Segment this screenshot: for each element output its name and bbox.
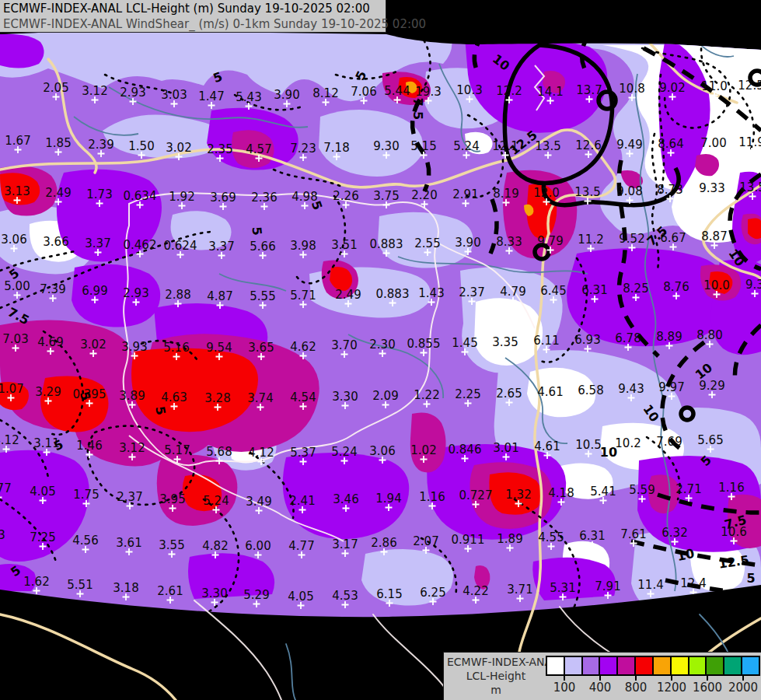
station-value: 5.51 <box>67 578 93 592</box>
station-value: 5.37 <box>290 446 316 460</box>
station-value: 4.61 <box>537 385 563 399</box>
legend-swatch <box>547 657 564 674</box>
station-value: 7.03 <box>2 332 28 346</box>
station-value: 6.31 <box>581 283 607 297</box>
station-value: 7.23 <box>290 142 316 156</box>
station-value: 8.80 <box>696 328 722 342</box>
station-value: 5.31 <box>550 581 575 595</box>
station-value: 1.62 <box>23 575 49 589</box>
legend-swatch <box>581 657 599 674</box>
station-value: 1.92 <box>169 190 194 204</box>
station-value: 3.37 <box>85 236 110 250</box>
station-value: 4.61 <box>534 439 560 453</box>
station-value: 9.52 <box>619 232 644 246</box>
station-value: 4.63 <box>161 390 187 404</box>
station-value: 5.59 <box>629 483 655 497</box>
station-value: 7.23 <box>0 528 5 542</box>
station-value: 3.51 <box>331 238 357 252</box>
station-value: 3.12 <box>82 84 107 98</box>
station-value: 9.97 <box>658 380 684 394</box>
station-value: 3.02 <box>80 338 106 352</box>
station-value: 11.9 <box>738 135 761 149</box>
station-value: 3.06 <box>1 233 26 247</box>
weather-map-screen: 2.053.122.933.031.475.433.908.127.065.44… <box>0 0 761 700</box>
contour-label: 10 <box>600 445 617 460</box>
station-value: 3.03 <box>161 88 187 102</box>
station-value: 4.69 <box>37 335 63 349</box>
station-value: 9.79 <box>537 234 563 248</box>
station-value: 2.25 <box>455 387 480 401</box>
station-value: 3.70 <box>331 338 357 352</box>
station-value: 5.24 <box>331 445 357 459</box>
station-value: 13.5 <box>739 180 761 194</box>
station-value: 3.01 <box>493 441 518 455</box>
station-value: 2.41 <box>289 494 315 508</box>
station-value: 3.49 <box>246 495 271 509</box>
station-value: 5.17 <box>164 443 190 457</box>
station-value: 7.18 <box>323 141 349 155</box>
station-value: 3.55 <box>159 538 184 552</box>
station-value: 3.35 <box>492 335 518 349</box>
station-value: 9.30 <box>373 139 399 153</box>
station-value: 1.85 <box>45 136 71 150</box>
weather-map: 2.053.122.933.031.475.433.908.127.065.44… <box>0 0 761 700</box>
station-value: 2.30 <box>369 338 395 352</box>
station-value: 2.49 <box>335 288 361 302</box>
station-value: 2.49 <box>45 186 71 200</box>
contour-label: 5 <box>250 226 265 236</box>
station-value: 3.29 <box>35 385 61 399</box>
legend-title-line1: ECMWF-INDEX-ANAL <box>447 655 545 669</box>
station-value: 5.29 <box>243 588 269 602</box>
station-value: 9.43 <box>618 382 644 396</box>
station-value: 2.86 <box>371 536 396 550</box>
station-value: 6.15 <box>376 587 402 601</box>
station-value: 8.33 <box>496 235 522 249</box>
station-value: 2.71 <box>675 482 701 496</box>
station-value: 3.98 <box>290 239 316 253</box>
station-value: 12.5 <box>738 79 761 93</box>
station-value: 5.65 <box>697 433 723 447</box>
station-value: 3.37 <box>208 240 234 254</box>
station-value: 11.2 <box>578 233 603 247</box>
station-value: 5.71 <box>290 289 316 303</box>
station-value: 3.75 <box>373 189 399 203</box>
station-value: 3.95 <box>159 492 185 506</box>
station-value: 6.78 <box>615 331 641 345</box>
station-value: 1.22 <box>414 388 439 402</box>
station-value: 6.31 <box>579 529 605 543</box>
station-value: 4.56 <box>72 534 98 548</box>
station-value: 9.49 <box>616 138 642 152</box>
station-value: 10.3 <box>456 83 482 97</box>
legend-swatch <box>599 657 616 674</box>
station-value: 8.76 <box>663 280 689 294</box>
station-value: 4.05 <box>288 590 313 604</box>
legend-swatch <box>616 657 634 674</box>
station-value: 2.35 <box>207 142 232 156</box>
station-value: 1.16 <box>718 481 744 495</box>
station-value: 3.74 <box>247 391 273 405</box>
station-value: 0.634 <box>124 189 157 203</box>
lcl-legend: ECMWF-INDEX-ANAL LCL-Height m 1004008001… <box>443 652 761 700</box>
station-value: 1.94 <box>375 492 401 506</box>
station-value: 3.89 <box>119 389 145 403</box>
station-value: 9.08 <box>616 184 642 198</box>
station-value: 4.54 <box>290 390 316 404</box>
station-value: 5.68 <box>206 445 232 459</box>
station-value: 8.64 <box>658 137 683 151</box>
station-value: 6.58 <box>578 383 603 397</box>
station-value: 0.462 <box>124 238 157 252</box>
contour-label: 7.5 <box>410 98 425 120</box>
legend-swatch <box>705 657 723 674</box>
station-value: 3.90 <box>455 236 480 250</box>
station-value: 10.5 <box>575 438 601 452</box>
station-value: 4.12 <box>248 446 274 460</box>
station-value: 3.18 <box>113 581 138 595</box>
station-value: 3.77 <box>0 481 12 495</box>
station-value: 6.93 <box>574 333 600 347</box>
station-value: 5.16 <box>163 341 189 355</box>
station-value: 2.93 <box>120 86 145 100</box>
station-value: 2.88 <box>165 288 190 302</box>
station-value: 12.4 <box>680 576 706 590</box>
station-value: 3.13 <box>4 184 30 198</box>
station-value: 0.855 <box>407 337 441 351</box>
